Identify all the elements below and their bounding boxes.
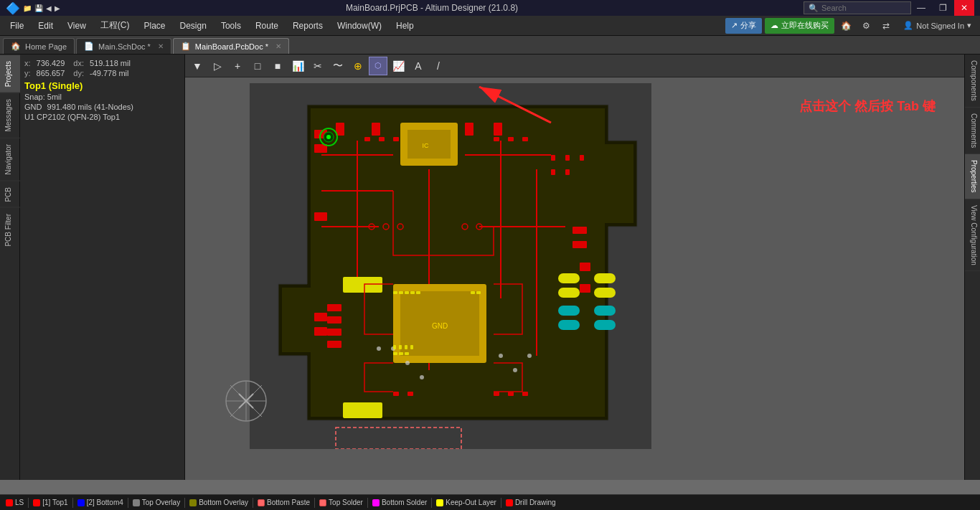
right-tab-properties[interactable]: Properties <box>965 154 980 199</box>
svg-rect-40 <box>594 306 616 316</box>
layer-ls[interactable]: LS <box>3 499 27 506</box>
search-input[interactable] <box>821 4 879 12</box>
toolbar-fill-rect-btn[interactable]: ■ <box>268 57 287 75</box>
toolbar-target-btn[interactable]: ⊕ <box>349 57 367 75</box>
layer-top-solder[interactable]: Top Solder <box>316 499 366 506</box>
tab-schematic[interactable]: 📄 Main.SchDoc * ✕ <box>76 38 171 54</box>
toolbar-filter-btn[interactable]: ▼ <box>188 57 207 75</box>
canvas-area[interactable]: ▼ ▷ + □ ■ 📊 ✂ 〜 ⊕ ⬡ 📈 A / 点击这个 然后按 Tab 键 <box>185 55 964 480</box>
right-tab-comments[interactable]: Comments <box>965 108 980 154</box>
restore-button[interactable]: ❐ <box>933 0 953 16</box>
svg-rect-36 <box>594 273 616 283</box>
svg-rect-51 <box>551 155 555 161</box>
svg-rect-41 <box>594 320 616 330</box>
divider7 <box>367 498 368 508</box>
toolbar-plus-btn[interactable]: + <box>228 57 247 75</box>
menu-view[interactable]: View <box>60 18 93 34</box>
svg-point-72 <box>420 375 424 379</box>
user-dropdown-icon: ▾ <box>967 21 971 30</box>
sidebar-tab-navigator[interactable]: Navigator <box>0 138 20 181</box>
subscribe-button[interactable]: ☁ 立即在线购买 <box>765 18 834 34</box>
toolbar-rect-btn[interactable]: □ <box>248 57 267 75</box>
route-single-icon: ⬡ <box>374 61 382 70</box>
tab-sch-close[interactable]: ✕ <box>158 42 164 50</box>
menu-route[interactable]: Route <box>248 18 286 34</box>
layer-top-overlay[interactable]: Top Overlay <box>130 499 183 506</box>
menu-design[interactable]: Design <box>173 18 214 34</box>
toolbar-chart2-btn[interactable]: 📈 <box>389 57 407 75</box>
sidebar-tab-projects[interactable]: Projects <box>0 55 20 93</box>
share2-icon-btn[interactable]: ⇄ <box>877 17 895 34</box>
menu-edit[interactable]: Edit <box>31 18 60 34</box>
sidebar-tab-pcbfilter[interactable]: PCB Filter <box>0 207 20 252</box>
right-tab-view-config[interactable]: View Configuration <box>965 199 980 272</box>
interactive-router-icon[interactable]: ⊕ <box>354 60 362 72</box>
close-button[interactable]: ✕ <box>954 0 974 16</box>
layer-bottom-overlay[interactable]: Bottom Overlay <box>187 499 251 506</box>
layer-bottom4[interactable]: [2] Bottom4 <box>75 499 126 506</box>
info-panel: x: 736.429 dx: 519.118 mil y: 865.657 dy… <box>20 55 185 480</box>
menu-tools[interactable]: Tools <box>214 18 248 34</box>
toolbar-scissors-btn[interactable]: ✂ <box>308 57 327 75</box>
svg-rect-55 <box>565 169 570 175</box>
svg-rect-30 <box>580 263 590 271</box>
search-area: 🔍 <box>804 1 911 14</box>
divider4 <box>184 498 185 508</box>
minimize-button[interactable]: — <box>911 0 931 16</box>
compass-icon <box>225 379 268 422</box>
sidebar-tab-messages[interactable]: Messages <box>0 93 20 138</box>
gnd-info: GND 991.480 mils (41-Nodes) <box>24 103 180 111</box>
layer-bottom-solder[interactable]: Bottom Solder <box>369 499 430 506</box>
menu-window[interactable]: Window(W) <box>330 18 389 34</box>
toolbar-chart-btn[interactable]: 📊 <box>288 57 307 75</box>
home-icon-btn[interactable]: 🏠 <box>837 17 854 34</box>
layer-drill-drawing[interactable]: Drill Drawing <box>503 499 559 506</box>
svg-rect-4 <box>407 130 451 159</box>
svg-rect-21 <box>372 123 380 136</box>
main-layout: Projects Messages Navigator PCB PCB Filt… <box>0 55 980 480</box>
menu-project[interactable]: 工程(C) <box>93 16 137 34</box>
layer-bottom-paste[interactable]: Bottom Paste <box>255 499 313 506</box>
toolbar-wave-btn[interactable]: 〜 <box>329 57 347 75</box>
annotation-text: 点击这个 然后按 Tab 键 <box>799 98 936 115</box>
svg-rect-89 <box>405 345 407 349</box>
drill-drawing-label: Drill Drawing <box>515 499 556 506</box>
divider8 <box>431 498 432 508</box>
toolbar-route-btn[interactable]: ⬡ <box>369 57 387 75</box>
sidebar-tab-pcb[interactable]: PCB <box>0 181 20 208</box>
svg-rect-24 <box>327 304 341 311</box>
settings-icon-btn[interactable]: ⚙ <box>857 17 875 34</box>
svg-rect-50 <box>522 137 528 141</box>
svg-rect-26 <box>327 329 341 336</box>
layer-top1[interactable]: [1] Top1 <box>30 499 70 506</box>
title-left-icons: 🔷 📁 💾 ◀ ▶ <box>6 1 60 15</box>
svg-rect-29 <box>573 241 587 248</box>
svg-rect-57 <box>407 392 413 396</box>
divider1 <box>28 498 29 508</box>
svg-rect-83 <box>399 352 403 355</box>
toolbar-arrow-btn[interactable]: ▷ <box>208 57 227 75</box>
svg-rect-34 <box>558 273 580 283</box>
menu-file[interactable]: File <box>3 18 31 34</box>
svg-rect-23 <box>494 123 502 136</box>
share-button[interactable]: ↗ 分享 <box>725 18 762 34</box>
toolbar-line-btn[interactable]: / <box>429 57 448 75</box>
svg-rect-37 <box>594 288 616 298</box>
menu-reports[interactable]: Reports <box>286 18 330 34</box>
user-area[interactable]: 👤 Not Signed In ▾ <box>897 21 977 30</box>
menu-place[interactable]: Place <box>137 18 173 34</box>
tab-pcb-close[interactable]: ✕ <box>275 42 281 50</box>
tab-pcb[interactable]: 📋 MainBoard.PcbDoc * ✕ <box>173 38 289 54</box>
menu-help[interactable]: Help <box>389 18 421 34</box>
search-box[interactable]: 🔍 <box>804 1 911 14</box>
toolbar-text-btn[interactable]: A <box>409 57 428 75</box>
divider3 <box>128 498 128 508</box>
svg-rect-17 <box>314 212 327 221</box>
svg-rect-77 <box>393 291 397 294</box>
pcb-board[interactable]: IC <box>250 83 651 449</box>
svg-rect-79 <box>405 291 409 294</box>
svg-rect-48 <box>494 137 499 141</box>
layer-keepout[interactable]: Keep-Out Layer <box>433 499 499 506</box>
right-tab-components[interactable]: Components <box>965 55 980 108</box>
tab-home[interactable]: 🏠 Home Page <box>3 38 75 54</box>
